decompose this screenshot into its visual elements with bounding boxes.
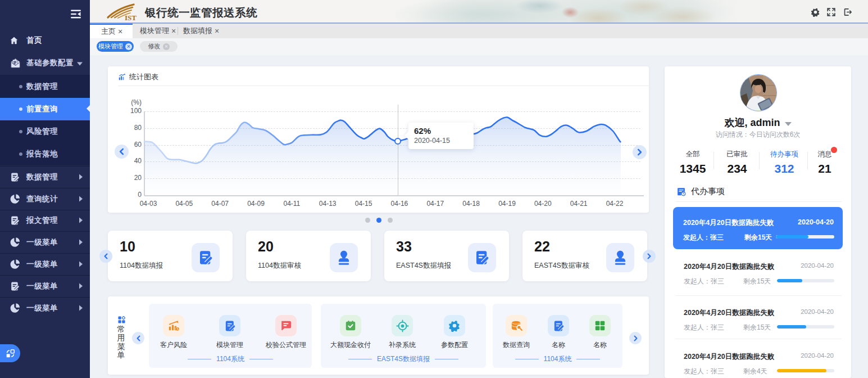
svg-text:IST: IST bbox=[125, 14, 137, 21]
